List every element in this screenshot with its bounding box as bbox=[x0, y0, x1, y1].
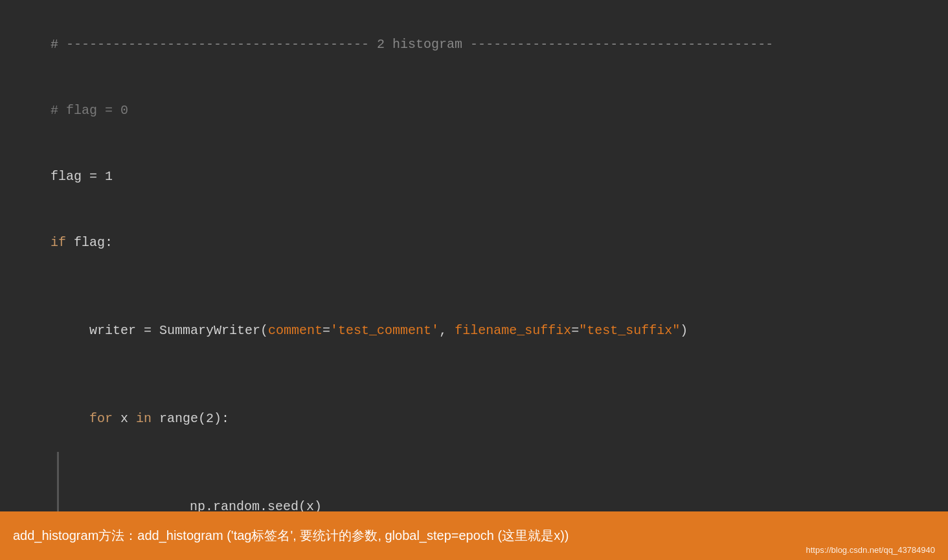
comment-flag: # flag = 0 bbox=[51, 103, 128, 118]
writer-var: writer = SummaryWriter( bbox=[89, 323, 268, 338]
blank-line-2 bbox=[19, 364, 929, 386]
code-line-comment-flag: # flag = 0 bbox=[19, 78, 929, 144]
param-suffix-name: filename_suffix bbox=[455, 323, 571, 338]
blank-line-1 bbox=[19, 276, 929, 298]
keyword-if: if bbox=[51, 235, 66, 250]
keyword-for: for bbox=[89, 411, 113, 426]
blank-line-3 bbox=[59, 452, 929, 474]
code-line-seed: np.random.seed(x) bbox=[59, 474, 929, 511]
code-line-for: for x in range(2): bbox=[19, 386, 929, 452]
code-line-writer: writer = SummaryWriter(comment='test_com… bbox=[19, 298, 929, 364]
code-line-if: if flag: bbox=[19, 210, 929, 276]
bottom-link: https://blog.csdn.net/qq_43784940 bbox=[806, 545, 936, 555]
keyword-in: in bbox=[136, 411, 152, 426]
param-comment-name: comment bbox=[268, 323, 322, 338]
flag-assignment: flag bbox=[51, 169, 82, 184]
bottom-bar: add_histogram方法：add_histogram ('tag标签名',… bbox=[0, 511, 948, 560]
bottom-description: add_histogram方法：add_histogram ('tag标签名',… bbox=[13, 527, 569, 544]
flag-value: 1 bbox=[105, 169, 113, 184]
section-header-text: # --------------------------------------… bbox=[51, 37, 773, 52]
param-comment-val: 'test_comment' bbox=[330, 323, 439, 338]
param-suffix-val: "test_suffix" bbox=[579, 323, 680, 338]
code-area: # --------------------------------------… bbox=[0, 0, 948, 511]
code-line-flag: flag = 1 bbox=[19, 144, 929, 210]
section-header: # --------------------------------------… bbox=[19, 12, 929, 78]
seed-call: np.random.seed(x) bbox=[190, 499, 322, 511]
